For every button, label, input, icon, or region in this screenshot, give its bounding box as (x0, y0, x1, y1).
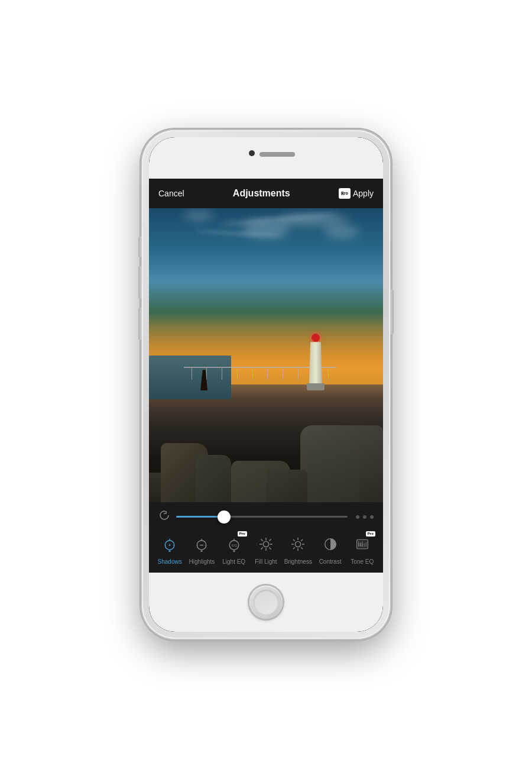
slider-thumb[interactable] (218, 510, 231, 524)
brightness-label: Brightness (284, 558, 312, 566)
svg-text:+: + (168, 542, 171, 548)
contrast-icon (322, 536, 339, 552)
top-speaker-bar (149, 137, 383, 179)
dot-1 (356, 515, 359, 519)
tool-shadows[interactable]: + Shadows (155, 532, 184, 566)
cancel-button[interactable]: Cancel (158, 189, 184, 198)
svg-line-38 (293, 539, 295, 541)
controls-area: + Shadows (149, 502, 383, 573)
rocks-area (149, 370, 383, 502)
front-camera (249, 150, 255, 156)
shadows-icon-wrap: + (158, 532, 181, 556)
tool-contrast[interactable]: Contrast (316, 532, 345, 566)
tool-fill-light[interactable]: Fill Light (252, 532, 280, 566)
volume-up-button[interactable] (138, 266, 142, 299)
photo-scene (149, 208, 383, 502)
power-button[interactable] (390, 290, 394, 334)
tool-tone-eq[interactable]: Pro EQ Tone EQ (348, 532, 377, 566)
contrast-label: Contrast (319, 558, 342, 566)
lighthouse-light (312, 334, 320, 342)
page-title: Adjustments (233, 188, 290, 199)
tone-eq-pro-badge: Pro (366, 531, 375, 537)
svg-point-33 (296, 541, 301, 547)
svg-line-31 (261, 547, 262, 549)
tool-brightness[interactable]: Brightness (284, 532, 312, 566)
shadows-label: Shadows (158, 558, 182, 566)
svg-line-40 (301, 539, 303, 541)
fill-light-icon-wrap (254, 532, 278, 556)
highlights-label: Highlights (189, 558, 215, 566)
light-eq-icon-wrap: Pro EQ (222, 532, 246, 556)
app-screen: Cancel Adjustments Pro Apply (149, 179, 383, 573)
light-eq-pro-badge: Pro (238, 531, 247, 537)
tool-light-eq[interactable]: Pro EQ Light EQ (220, 532, 248, 566)
adjustment-slider[interactable] (176, 516, 348, 518)
tone-eq-icon: EQ (354, 536, 371, 552)
svg-line-39 (301, 547, 303, 549)
svg-text:EQ: EQ (232, 543, 237, 547)
brightness-icon (290, 536, 306, 552)
svg-point-32 (263, 541, 268, 547)
reset-icon[interactable] (158, 509, 170, 524)
svg-line-29 (269, 547, 271, 549)
svg-line-41 (293, 547, 295, 549)
tone-eq-label: Tone EQ (351, 558, 374, 566)
highlights-icon (193, 536, 210, 552)
dot-2 (363, 515, 366, 519)
phone-frame: Cancel Adjustments Pro Apply (142, 130, 390, 639)
tools-row: + Shadows (149, 529, 383, 570)
fill-light-label: Fill Light (255, 558, 277, 566)
mute-button[interactable] (138, 237, 142, 257)
light-eq-icon: EQ (226, 536, 242, 552)
light-eq-label: Light EQ (222, 558, 245, 566)
dot-3 (370, 515, 374, 519)
home-button-area (149, 573, 383, 632)
slider-fill (176, 516, 224, 518)
tool-highlights[interactable]: Highlights (187, 532, 216, 566)
svg-line-28 (261, 539, 262, 541)
fill-light-icon (258, 536, 274, 552)
header-bar: Cancel Adjustments Pro Apply (149, 179, 383, 208)
speaker (259, 152, 295, 157)
contrast-icon-wrap (319, 532, 342, 556)
shadows-icon: + (161, 536, 178, 552)
apply-button[interactable]: Apply (353, 189, 374, 198)
highlights-icon-wrap (190, 532, 213, 556)
volume-down-button[interactable] (138, 308, 142, 340)
brightness-icon-wrap (286, 532, 310, 556)
tone-eq-icon-wrap: Pro EQ (351, 532, 374, 556)
page-dots (356, 515, 374, 519)
slider-row (149, 502, 383, 529)
svg-point-2 (160, 511, 168, 519)
apply-group: Pro Apply (339, 188, 374, 199)
home-button-inner (254, 590, 278, 615)
pro-badge: Pro (339, 188, 351, 199)
phone-screen: Cancel Adjustments Pro Apply (149, 137, 383, 632)
photo-area (149, 208, 383, 502)
svg-text:EQ: EQ (358, 543, 363, 547)
svg-line-30 (269, 539, 271, 541)
home-button[interactable] (249, 586, 283, 619)
